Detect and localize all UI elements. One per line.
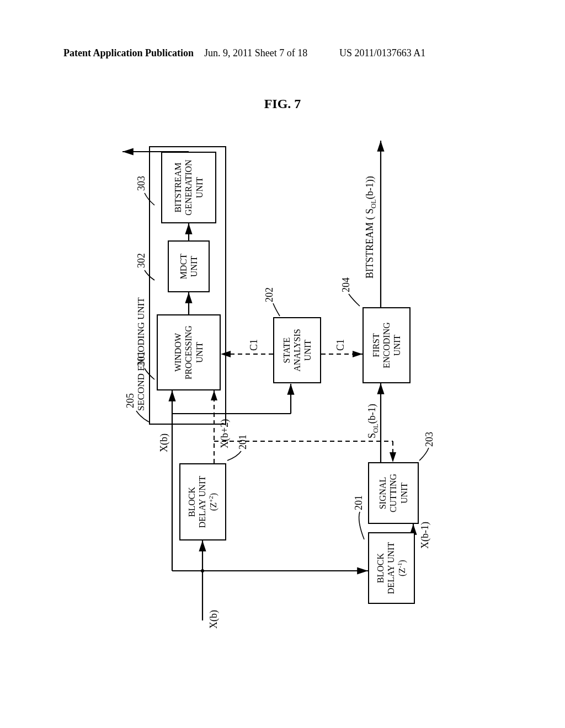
- first-encoding-unit: FIRST ENCODING UNIT: [363, 307, 411, 383]
- xb-plus2-label: X(b+2): [219, 419, 231, 448]
- diagram: SECOND ENCODING UNIT BLOCK DELAY UNIT (Z…: [117, 138, 448, 634]
- xb-top-label: X(b): [158, 433, 170, 452]
- bitstream-gen-text: BITSTREAM GENERATION UNIT: [173, 159, 205, 215]
- refnum-303: 303: [136, 176, 147, 191]
- refnum-201b: 201: [353, 495, 365, 510]
- refnum-202: 202: [264, 287, 275, 302]
- refnum-302: 302: [136, 253, 147, 268]
- mdct-unit: MDCT UNIT: [168, 240, 210, 292]
- xb-minus1-label: X(b-1): [419, 522, 431, 549]
- block-delay-b-exp: -1: [396, 563, 403, 568]
- block-delay-unit-b: BLOCK DELAY UNIT (Z-1): [368, 532, 415, 604]
- figure-title: FIG. 7: [0, 97, 565, 111]
- mdct-text: MDCT UNIT: [178, 254, 199, 279]
- block-delay-unit-a: BLOCK DELAY UNIT (Z+2): [179, 463, 226, 540]
- sol-s: S: [366, 433, 377, 438]
- window-processing-unit: WINDOW PROCESSING UNIT: [157, 314, 221, 390]
- block-delay-b-text: BLOCK DELAY UNIT (Z: [376, 542, 407, 594]
- block-delay-a-exp: +2: [207, 496, 214, 502]
- bitstream-out-text: BITSTREAM ( S: [364, 208, 375, 279]
- refnum-205: 205: [125, 393, 136, 408]
- bitstream-out-paren2: (b-1)): [364, 176, 375, 199]
- refnum-301: 301: [136, 351, 147, 366]
- block-delay-a-close: ): [209, 493, 218, 496]
- bitstream-generation-unit: BITSTREAM GENERATION UNIT: [161, 152, 216, 223]
- sol-sub: OL: [372, 424, 380, 433]
- header-center: Jun. 9, 2011 Sheet 7 of 18: [204, 47, 307, 59]
- header-left: Patent Application Publication: [63, 47, 194, 59]
- block-delay-b-close: ): [398, 560, 407, 563]
- refnum-201a: 201: [237, 435, 249, 449]
- first-encoding-text: FIRST ENCODING UNIT: [371, 322, 403, 368]
- state-analysis-unit: STATE ANALYSIS UNIT: [273, 317, 321, 383]
- refnum-204: 204: [340, 277, 352, 292]
- window-processing-text: WINDOW PROCESSING UNIT: [173, 325, 205, 379]
- refnum-203: 203: [424, 432, 435, 447]
- sol-label: SOL(b-1): [366, 404, 380, 438]
- state-analysis-text: STATE ANALYSIS UNIT: [281, 329, 313, 372]
- signal-cutting-unit: SIGNAL CUTTING UNIT: [368, 462, 419, 524]
- header-right: US 2011/0137663 A1: [339, 47, 425, 59]
- c1-top-label: C1: [248, 339, 260, 351]
- bitstream-out-sub: OL: [370, 199, 377, 208]
- bitstream-out-label: BITSTREAM ( SOL(b-1)): [364, 176, 378, 279]
- c1-bot-label: C1: [335, 339, 347, 351]
- sol-paren: (b-1): [366, 404, 377, 424]
- input-label: X(b): [208, 610, 220, 629]
- signal-cutting-text: SIGNAL CUTTING UNIT: [377, 474, 409, 512]
